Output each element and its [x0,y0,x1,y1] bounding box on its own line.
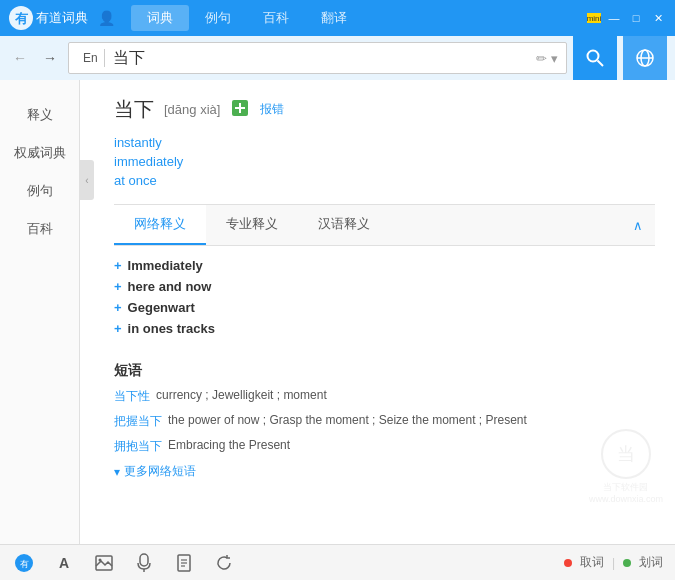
bottom-status: 取词 | 划词 [564,554,663,571]
svg-point-2 [588,51,599,62]
chevron-down-icon: ▾ [114,465,120,479]
tab-liju[interactable]: 例句 [189,5,247,31]
svg-rect-14 [140,554,148,566]
phrase-val-2: Embracing the Present [168,438,290,452]
sidebar-item-baike[interactable]: 百科 [0,210,79,248]
title-bar: 有 有道词典 👤 词典 例句 百科 翻译 mini — □ ✕ [0,0,675,36]
word-pinyin: [dāng xià] [164,102,220,117]
maximize-button[interactable]: □ [627,11,645,25]
search-query[interactable]: 当下 [113,48,536,69]
dropdown-icon[interactable]: ▾ [551,51,558,66]
plus-icon-3: + [114,321,122,336]
home-icon[interactable]: 有 [12,551,36,575]
tab-network[interactable]: 网络释义 [114,205,206,245]
tab-fanyi[interactable]: 翻译 [305,5,363,31]
app-name: 有道词典 [36,9,88,27]
status-dot-online [623,559,631,567]
word-header: 当下 [dāng xià] 报错 [114,96,655,123]
window-controls: mini — □ ✕ [587,11,667,25]
text-icon[interactable]: A [52,551,76,575]
phrase-row-0: 当下性 currency ; Jewelligkeit ; moment [114,388,655,405]
back-button[interactable]: ← [8,46,32,70]
search-box: En 当下 ✏ ▾ [68,42,567,74]
phrases-section: 短语 当下性 currency ; Jewelligkeit ; moment … [114,362,655,480]
def-item-0[interactable]: instantly [114,135,655,150]
svg-line-3 [598,61,604,67]
phrase-val-1: the power of now ; Grasp the moment ; Se… [168,413,527,427]
nav-tabs: 词典 例句 百科 翻译 [131,5,587,31]
network-definitions: + Immediately + here and now + Gegenwart… [114,246,655,354]
net-def-0: + Immediately [114,258,655,273]
net-def-1: + here and now [114,279,655,294]
search-icon [585,48,605,68]
tab-baike[interactable]: 百科 [247,5,305,31]
globe-icon [635,48,655,68]
definitions: instantly immediately at once [114,135,655,188]
close-button[interactable]: ✕ [649,11,667,25]
offline-label: 取词 [580,554,604,571]
globe-button[interactable] [623,36,667,80]
net-def-term-3[interactable]: in ones tracks [128,321,215,336]
sidebar: 释义 权威词典 例句 百科 [0,80,80,544]
user-icon[interactable]: 👤 [98,10,115,26]
svg-text:有: 有 [20,559,29,569]
report-button[interactable]: 报错 [260,101,284,118]
plus-icon-2: + [114,300,122,315]
def-item-2[interactable]: at once [114,173,655,188]
sidebar-collapse-button[interactable]: ‹ [80,160,94,200]
refresh-icon[interactable] [212,551,236,575]
net-def-term-2[interactable]: Gegenwart [128,300,195,315]
sidebar-item-shiyi[interactable]: 释义 [0,96,79,134]
forward-button[interactable]: → [38,46,62,70]
image-icon[interactable] [92,551,116,575]
main-content: 释义 权威词典 例句 百科 ‹ 当下 [dāng xià] [0,80,675,544]
phrase-key-1[interactable]: 把握当下 [114,413,162,430]
net-def-term-1[interactable]: here and now [128,279,212,294]
search-button[interactable] [573,36,617,80]
tab-professional[interactable]: 专业释义 [206,205,298,245]
lang-tag: En [77,49,105,67]
logo-icon: 有 [8,5,34,31]
bottom-toolbar: 有 A 取词 | 划词 [0,544,675,580]
mic-icon[interactable] [132,551,156,575]
phrases-title: 短语 [114,362,655,380]
plus-icon-0: + [114,258,122,273]
definition-tabs: 网络释义 专业释义 汉语释义 ∧ + Immediately + here an… [114,204,655,480]
search-box-icons: ✏ ▾ [536,51,558,66]
status-dot-offline [564,559,572,567]
more-phrases-button[interactable]: ▾ 更多网络短语 [114,463,655,480]
mini-button[interactable]: mini [587,13,601,23]
sidebar-item-quanwei[interactable]: 权威词典 [0,134,79,172]
phrase-key-2[interactable]: 拥抱当下 [114,438,162,455]
more-phrases-label: 更多网络短语 [124,463,196,480]
watermark: 当 当下软件园 www.downxia.com [589,429,663,504]
sidebar-item-liju[interactable]: 例句 [0,172,79,210]
net-def-3: + in ones tracks [114,321,655,336]
edit-icon[interactable]: ✏ [536,51,547,66]
net-def-term-0[interactable]: Immediately [128,258,203,273]
tab-cidian[interactable]: 词典 [131,5,189,31]
watermark-url: www.downxia.com [589,494,663,504]
add-word-button[interactable] [230,98,250,121]
phrase-key-0[interactable]: 当下性 [114,388,150,405]
app-logo: 有 [8,5,34,31]
word-title: 当下 [114,96,154,123]
content-area: 当下 [dāng xià] 报错 instantly immediately a… [94,80,675,544]
watermark-text: 当下软件园 [589,481,663,494]
phrase-row-2: 拥抱当下 Embracing the Present [114,438,655,455]
def-item-1[interactable]: immediately [114,154,655,169]
address-bar: ← → En 当下 ✏ ▾ [0,36,675,80]
svg-text:有: 有 [14,11,29,26]
minimize-button[interactable]: — [605,11,623,25]
tab-chinese[interactable]: 汉语释义 [298,205,390,245]
watermark-circle: 当 [601,429,651,479]
plus-icon-1: + [114,279,122,294]
phrase-val-0: currency ; Jewelligkeit ; moment [156,388,327,402]
net-def-2: + Gegenwart [114,300,655,315]
online-label: 划词 [639,554,663,571]
phrase-row-1: 把握当下 the power of now ; Grasp the moment… [114,413,655,430]
notebook-icon[interactable] [172,551,196,575]
tabs-header: 网络释义 专业释义 汉语释义 ∧ [114,205,655,246]
add-icon [230,98,250,118]
tabs-collapse-button[interactable]: ∧ [621,208,655,243]
